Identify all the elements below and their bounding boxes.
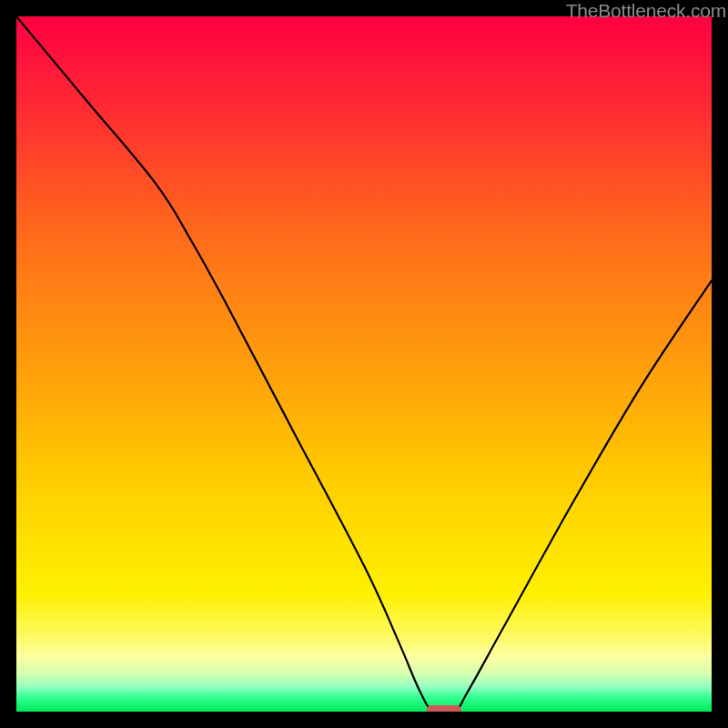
bottleneck-curve bbox=[16, 16, 712, 712]
optimal-marker bbox=[427, 705, 461, 712]
plot-area bbox=[16, 16, 712, 712]
chart-container: TheBottleneck.com bbox=[0, 0, 728, 728]
watermark-text: TheBottleneck.com bbox=[566, 0, 726, 22]
